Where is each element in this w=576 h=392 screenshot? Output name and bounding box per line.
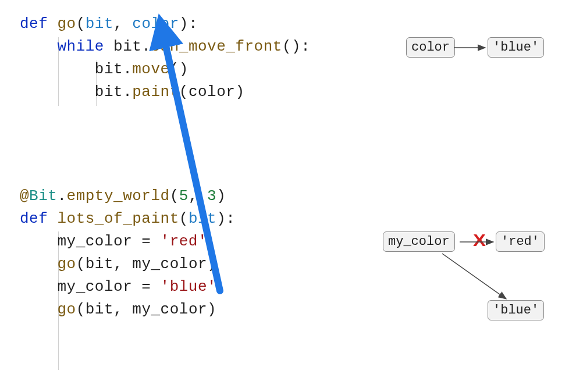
code-line: def go(bit, color): — [20, 13, 310, 35]
param-bit: bit — [189, 210, 216, 227]
param-bit: bit — [86, 15, 113, 33]
class-bit: Bit — [29, 187, 57, 205]
code-line: my_color = 'red' — [20, 230, 235, 253]
var-box-color: color — [406, 37, 455, 58]
func-name: lots_of_paint — [57, 210, 179, 227]
var-my-color: my_color — [57, 278, 132, 295]
arrow-mycolor-to-blue — [442, 254, 506, 299]
method-move: move — [132, 60, 169, 78]
param-color: color — [132, 15, 179, 33]
method-paint: paint — [132, 83, 179, 101]
method-can-move-front: can_move_front — [151, 38, 282, 55]
code-line: bit.move() — [20, 58, 310, 81]
value-box-blue: 'blue' — [488, 37, 544, 58]
var-box-my-color: my_color — [383, 231, 455, 252]
code-line: def lots_of_paint(bit): — [20, 208, 235, 230]
func-call-go: go — [57, 301, 76, 318]
keyword-def: def — [20, 15, 48, 33]
code-line: go(bit, my_color) — [20, 298, 235, 321]
func-name: go — [57, 15, 76, 33]
code-line: go(bit, my_color) — [20, 253, 235, 276]
code-line: bit.paint(color) — [20, 81, 310, 104]
keyword-while: while — [57, 38, 104, 55]
value-box-blue-2: 'blue' — [488, 300, 544, 320]
code-block-go: def go(bit, color): while bit.can_move_f… — [20, 13, 310, 104]
func-call-go: go — [57, 255, 76, 273]
value-box-red: 'red' — [496, 231, 545, 252]
var-my-color: my_color — [57, 233, 132, 250]
string-literal: 'red' — [161, 233, 208, 250]
code-line: while bit.can_move_front(): — [20, 35, 310, 58]
method-empty-world: empty_world — [67, 187, 170, 205]
code-line-decorator: @Bit.empty_world(5, 3) — [20, 185, 235, 208]
code-line: my_color = 'blue' — [20, 276, 235, 298]
string-literal: 'blue' — [161, 278, 217, 295]
x-mark-icon: X — [473, 230, 486, 250]
keyword-def: def — [20, 210, 48, 227]
code-block-lots-of-paint: @Bit.empty_world(5, 3) def lots_of_paint… — [20, 185, 235, 321]
